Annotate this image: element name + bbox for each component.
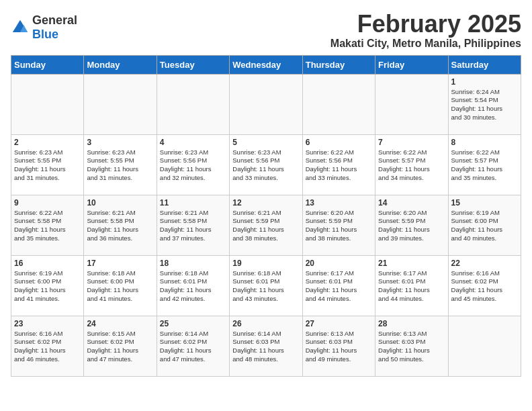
calendar-cell: 13Sunrise: 6:20 AM Sunset: 5:59 PM Dayli… [302,195,375,255]
calendar-cell [375,74,448,134]
day-number: 26 [232,319,299,328]
logo-text-blue: Blue [32,28,58,41]
cell-info: Sunrise: 6:13 AM Sunset: 6:03 PM Dayligh… [306,330,372,364]
cell-info: Sunrise: 6:16 AM Sunset: 6:02 PM Dayligh… [14,330,81,364]
cell-info: Sunrise: 6:18 AM Sunset: 6:00 PM Dayligh… [87,269,153,304]
calendar-table: SundayMondayTuesdayWednesdayThursdayFrid… [11,55,521,377]
cell-info: Sunrise: 6:16 AM Sunset: 6:02 PM Dayligh… [451,269,518,304]
cell-info: Sunrise: 6:21 AM Sunset: 5:59 PM Dayligh… [232,209,299,243]
cell-info: Sunrise: 6:24 AM Sunset: 5:54 PM Dayligh… [451,88,518,122]
calendar-cell: 10Sunrise: 6:21 AM Sunset: 5:58 PM Dayli… [84,195,157,255]
cell-info: Sunrise: 6:17 AM Sunset: 6:01 PM Dayligh… [378,269,445,304]
calendar-cell: 16Sunrise: 6:19 AM Sunset: 6:00 PM Dayli… [11,255,84,316]
day-number: 28 [378,319,445,328]
calendar-cell: 27Sunrise: 6:13 AM Sunset: 6:03 PM Dayli… [302,316,375,376]
calendar-cell: 18Sunrise: 6:18 AM Sunset: 6:01 PM Dayli… [157,255,229,316]
day-number: 3 [87,138,153,147]
cell-info: Sunrise: 6:22 AM Sunset: 5:56 PM Dayligh… [306,148,372,183]
calendar-cell: 21Sunrise: 6:17 AM Sunset: 6:01 PM Dayli… [375,255,448,316]
day-header-thursday: Thursday [302,55,375,74]
day-number: 20 [306,259,372,268]
day-header-monday: Monday [84,55,157,74]
day-header-saturday: Saturday [448,55,521,74]
logo-icon [11,18,30,37]
day-number: 16 [14,259,81,268]
day-header-friday: Friday [375,55,448,74]
day-number: 15 [451,198,518,208]
cell-info: Sunrise: 6:13 AM Sunset: 6:03 PM Dayligh… [378,330,445,364]
day-number: 7 [378,138,445,147]
calendar-cell: 22Sunrise: 6:16 AM Sunset: 6:02 PM Dayli… [448,255,521,316]
cell-info: Sunrise: 6:15 AM Sunset: 6:02 PM Dayligh… [87,330,153,364]
week-row-5: 23Sunrise: 6:16 AM Sunset: 6:02 PM Dayli… [11,316,521,376]
day-number: 23 [14,319,81,328]
day-number: 13 [306,198,372,208]
week-row-4: 16Sunrise: 6:19 AM Sunset: 6:00 PM Dayli… [11,255,521,316]
calendar-cell: 1Sunrise: 6:24 AM Sunset: 5:54 PM Daylig… [448,74,521,134]
calendar-cell: 24Sunrise: 6:15 AM Sunset: 6:02 PM Dayli… [84,316,157,376]
calendar-cell: 6Sunrise: 6:22 AM Sunset: 5:56 PM Daylig… [302,134,375,195]
day-header-wednesday: Wednesday [230,55,302,74]
cell-info: Sunrise: 6:14 AM Sunset: 6:02 PM Dayligh… [160,330,226,364]
calendar-cell: 23Sunrise: 6:16 AM Sunset: 6:02 PM Dayli… [11,316,84,376]
logo-text-general: General [32,13,77,27]
day-header-sunday: Sunday [11,55,84,74]
day-number: 18 [160,259,226,268]
day-number: 27 [306,319,372,328]
day-number: 19 [232,259,299,268]
day-number: 10 [87,198,153,208]
cell-info: Sunrise: 6:23 AM Sunset: 5:56 PM Dayligh… [232,148,299,183]
day-number: 1 [451,77,518,87]
cell-info: Sunrise: 6:23 AM Sunset: 5:55 PM Dayligh… [87,148,153,183]
day-number: 8 [451,138,518,147]
calendar-cell: 5Sunrise: 6:23 AM Sunset: 5:56 PM Daylig… [230,134,302,195]
cell-info: Sunrise: 6:17 AM Sunset: 6:01 PM Dayligh… [306,269,372,304]
day-number: 5 [232,138,299,147]
calendar-cell: 3Sunrise: 6:23 AM Sunset: 5:55 PM Daylig… [84,134,157,195]
cell-info: Sunrise: 6:21 AM Sunset: 5:58 PM Dayligh… [87,209,153,243]
calendar-cell [230,74,302,134]
day-number: 21 [378,259,445,268]
logo: General Blue [11,13,77,42]
calendar-cell: 7Sunrise: 6:22 AM Sunset: 5:57 PM Daylig… [375,134,448,195]
title-area: February 2025 Makati City, Metro Manila,… [330,11,521,50]
cell-info: Sunrise: 6:22 AM Sunset: 5:57 PM Dayligh… [451,148,518,183]
calendar-cell: 11Sunrise: 6:21 AM Sunset: 5:58 PM Dayli… [157,195,229,255]
page-header: General Blue February 2025 Makati City, … [11,11,521,50]
location-title: Makati City, Metro Manila, Philippines [330,38,521,50]
day-number: 4 [160,138,226,147]
cell-info: Sunrise: 6:23 AM Sunset: 5:55 PM Dayligh… [14,148,81,183]
day-number: 22 [451,259,518,268]
calendar-cell: 28Sunrise: 6:13 AM Sunset: 6:03 PM Dayli… [375,316,448,376]
calendar-cell: 8Sunrise: 6:22 AM Sunset: 5:57 PM Daylig… [448,134,521,195]
calendar-cell [302,74,375,134]
calendar-cell: 4Sunrise: 6:23 AM Sunset: 5:56 PM Daylig… [157,134,229,195]
calendar-cell: 17Sunrise: 6:18 AM Sunset: 6:00 PM Dayli… [84,255,157,316]
calendar-cell: 15Sunrise: 6:19 AM Sunset: 6:00 PM Dayli… [448,195,521,255]
cell-info: Sunrise: 6:18 AM Sunset: 6:01 PM Dayligh… [160,269,226,304]
calendar-cell: 26Sunrise: 6:14 AM Sunset: 6:03 PM Dayli… [230,316,302,376]
day-number: 12 [232,198,299,208]
month-title: February 2025 [330,11,521,38]
cell-info: Sunrise: 6:22 AM Sunset: 5:58 PM Dayligh… [14,209,81,243]
cell-info: Sunrise: 6:20 AM Sunset: 5:59 PM Dayligh… [378,209,445,243]
week-row-3: 9Sunrise: 6:22 AM Sunset: 5:58 PM Daylig… [11,195,521,255]
cell-info: Sunrise: 6:14 AM Sunset: 6:03 PM Dayligh… [232,330,299,364]
calendar-cell: 19Sunrise: 6:18 AM Sunset: 6:01 PM Dayli… [230,255,302,316]
day-number: 24 [87,319,153,328]
calendar-cell: 14Sunrise: 6:20 AM Sunset: 5:59 PM Dayli… [375,195,448,255]
cell-info: Sunrise: 6:18 AM Sunset: 6:01 PM Dayligh… [232,269,299,304]
day-number: 6 [306,138,372,147]
day-header-tuesday: Tuesday [157,55,229,74]
calendar-cell [157,74,229,134]
day-number: 2 [14,138,81,147]
day-number: 17 [87,259,153,268]
day-number: 11 [160,198,226,208]
calendar-cell [448,316,521,376]
week-row-2: 2Sunrise: 6:23 AM Sunset: 5:55 PM Daylig… [11,134,521,195]
calendar-cell: 20Sunrise: 6:17 AM Sunset: 6:01 PM Dayli… [302,255,375,316]
day-number: 14 [378,198,445,208]
calendar-cell [84,74,157,134]
cell-info: Sunrise: 6:19 AM Sunset: 6:00 PM Dayligh… [14,269,81,304]
calendar-cell: 9Sunrise: 6:22 AM Sunset: 5:58 PM Daylig… [11,195,84,255]
